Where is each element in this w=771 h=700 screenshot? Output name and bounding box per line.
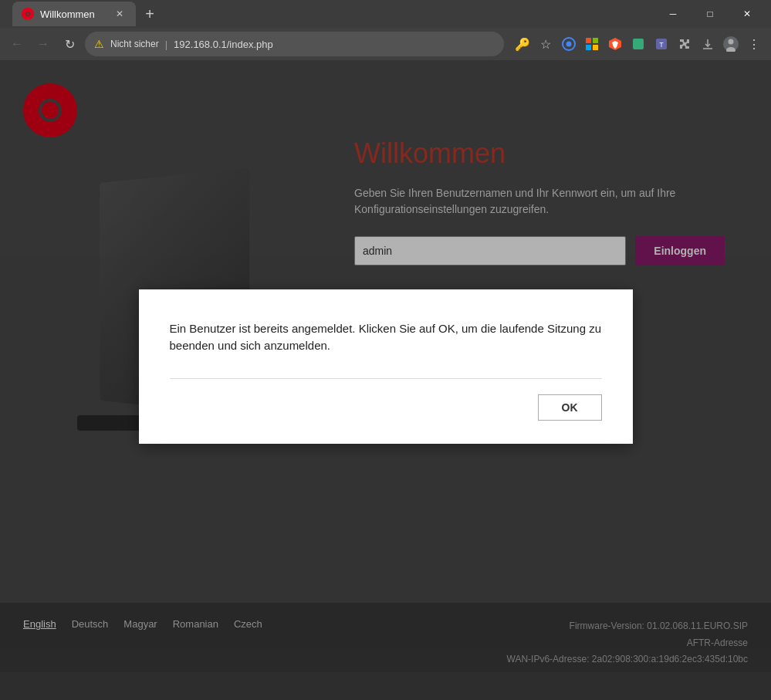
more-menu-button[interactable]: ⋮ — [743, 33, 765, 55]
puzzle-icon[interactable] — [674, 33, 695, 55]
url-separator: | — [165, 39, 167, 50]
dialog-footer: OK — [170, 394, 602, 421]
dialog-box: Ein Benutzer ist bereits angemeldet. Kli… — [139, 289, 633, 444]
svg-point-17 — [729, 39, 734, 45]
close-button[interactable]: ✕ — [729, 0, 765, 28]
reload-button[interactable]: ↻ — [59, 33, 80, 55]
extension1-icon[interactable] — [627, 33, 649, 55]
svg-rect-9 — [593, 45, 598, 50]
maximize-button[interactable]: □ — [692, 0, 728, 28]
tab-favicon — [22, 8, 34, 20]
forward-button[interactable]: → — [32, 33, 54, 55]
svg-rect-6 — [586, 38, 591, 43]
security-warning-text: Nicht sicher — [110, 39, 159, 49]
bookmark-icon[interactable]: ☆ — [535, 33, 556, 55]
avatar-icon[interactable] — [720, 33, 742, 55]
minimize-button[interactable]: ─ — [655, 0, 691, 28]
teams-icon[interactable]: T — [651, 33, 672, 55]
svg-rect-7 — [593, 38, 598, 43]
svg-point-3 — [27, 13, 29, 15]
page-content: Willkommen Geben Sie Ihren Benutzernamen… — [0, 60, 771, 672]
tab-title: Willkommen — [40, 8, 95, 20]
dialog-message: Ein Benutzer ist bereits angemeldet. Kli… — [170, 320, 602, 355]
windows-icon[interactable] — [581, 33, 603, 55]
url-text: 192.168.0.1/index.php — [174, 39, 273, 50]
svg-rect-12 — [633, 39, 644, 49]
chrome-logo — [558, 33, 580, 55]
svg-text:T: T — [659, 41, 664, 49]
dialog-divider — [170, 378, 602, 379]
url-bar[interactable]: ⚠ Nicht sicher | 192.168.0.1/index.php — [85, 32, 504, 56]
ok-button[interactable]: OK — [538, 394, 602, 421]
brave-icon[interactable] — [604, 33, 626, 55]
svg-rect-8 — [586, 45, 591, 50]
tab-close-button[interactable]: ✕ — [113, 7, 127, 21]
key-icon[interactable]: 🔑 — [512, 33, 533, 55]
security-warning-icon: ⚠ — [94, 38, 104, 50]
new-tab-button[interactable]: + — [139, 3, 161, 25]
svg-point-5 — [566, 42, 572, 47]
download-icon[interactable] — [697, 33, 719, 55]
active-tab[interactable]: Willkommen ✕ — [12, 2, 136, 26]
back-button[interactable]: ← — [6, 33, 28, 55]
dialog-overlay: Ein Benutzer ist bereits angemeldet. Kli… — [0, 60, 771, 672]
